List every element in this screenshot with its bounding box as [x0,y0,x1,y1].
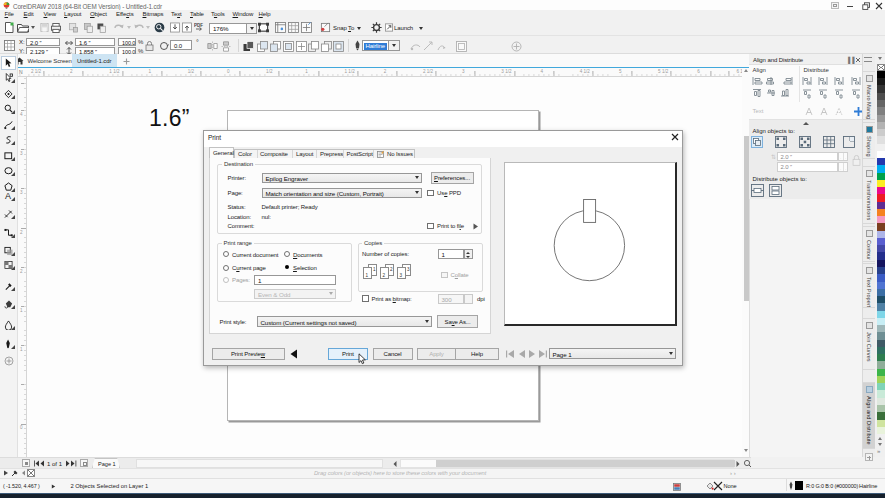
svg-text:PDF: PDF [194,23,203,28]
svg-text:2: 2 [390,267,393,272]
svg-text:A: A [5,191,11,201]
svg-text:2: 2 [383,273,386,278]
svg-text:1: 1 [373,267,376,272]
svg-text:3: 3 [407,267,410,272]
svg-text:3: 3 [400,273,403,278]
svg-text:1: 1 [366,273,369,278]
